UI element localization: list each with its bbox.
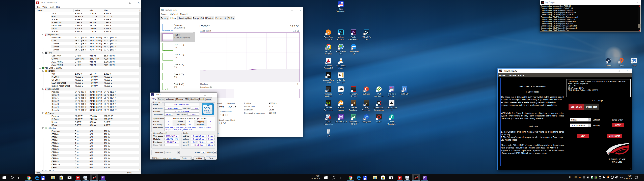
svg-text:a: a: [328, 30, 330, 34]
